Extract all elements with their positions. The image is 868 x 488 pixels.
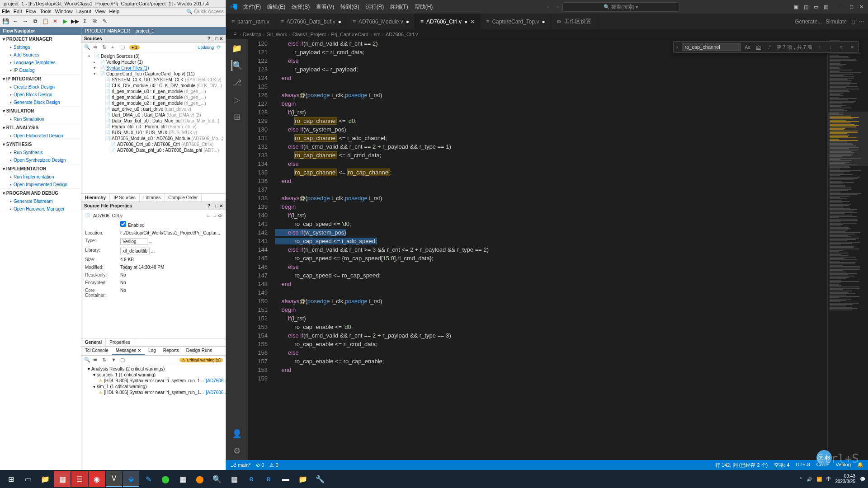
tree-item[interactable]: 📄 ri_gen_module_u2 : ri_gen_module (ri_g… [82,100,225,106]
code-line[interactable]: if(i_rst) [275,211,827,220]
sources-tab[interactable]: IP Sources [110,194,140,202]
code-line[interactable]: always@(posedge i_clk,posedge i_rst) [275,194,827,202]
app-icon[interactable]: ▦ [175,471,191,487]
code-line[interactable]: ro_cap_channel <= 'd0; [275,117,827,125]
command-center[interactable]: 🔍 搜索(按索) ▾ [562,2,680,12]
close-icon[interactable]: ✕ [858,4,864,10]
search-icon[interactable]: 🔍 [84,44,90,51]
tree-item[interactable]: 📄 ri_gen_module_u0 : ri_gen_module (ri_g… [82,89,225,94]
code-line[interactable]: ro_cap_speed <= i_adc_speed; [275,237,827,245]
edge-icon[interactable]: e [243,471,259,487]
edit-icon[interactable]: ✎ [101,18,108,25]
editor-tab[interactable]: ≡CaptureCard_Top.v ● [481,14,551,29]
msgs-tab[interactable]: Log [145,347,160,355]
copy-icon[interactable]: ⧉ [32,18,39,25]
code-editor[interactable]: 1201211221231241251261271281291301311321… [248,39,868,460]
code-line[interactable]: ro_cap_channel <= ro_cap_channel; [275,168,827,177]
notifications-icon[interactable]: 🔔 [857,462,863,469]
code-line[interactable]: begin [275,99,827,108]
notifications-icon[interactable]: 💬 [860,477,865,482]
flow-item[interactable]: Generate Bitstream [0,197,81,205]
editor-tab[interactable]: ≡param_ram.v [226,14,275,29]
code-line[interactable]: end [275,74,827,82]
code-line[interactable]: ro_cap_enable <= ri_cmd_data; [275,340,827,348]
expand-icon[interactable]: ⇅ [102,357,108,363]
paste-icon[interactable]: 📋 [42,18,49,25]
props-tab[interactable]: General [81,338,106,346]
app-icon[interactable]: ▦ [226,471,242,487]
code-line[interactable] [275,82,827,91]
system-tray[interactable]: ˄ 🔊 📶 中 09:43 2023/8/25 💬 [800,474,866,484]
app-icon[interactable]: ▬ [278,471,294,487]
editor-tab[interactable]: ≡AD7606_Ctrl.v ● ✕ [415,14,481,29]
expand-icon[interactable]: ⇅ [102,44,108,51]
code-line[interactable]: ro_cap_channel <= i_adc_channel; [275,134,827,142]
menu-window[interactable]: Window [55,9,73,14]
tree-item[interactable]: 📄 CLK_DIV_module_u0 : CLK_DIV_module (CL… [82,83,225,89]
source-control-icon[interactable]: ⎇ [231,77,242,88]
code-line[interactable]: else [275,56,827,65]
flow-item[interactable]: Open Implemented Design [0,181,81,188]
code-line[interactable]: else [275,348,827,357]
minimize-icon[interactable]: ─ [838,4,844,10]
code-line[interactable]: else if(ri_cmd_valid && r_cnt == 2 + r_p… [275,331,827,340]
code-line[interactable]: ro_cap_channel <= ri_cmd_data; [275,151,827,160]
flow-item[interactable]: Settings [0,43,81,51]
refresh-icon[interactable]: ⟳ [217,44,223,51]
search-icon[interactable]: 🔍 [209,471,225,487]
crumb[interactable]: Class1_Project [292,32,326,37]
code-line[interactable]: end [275,366,827,374]
clear-icon[interactable]: ▢ [120,357,127,363]
msg-item[interactable]: ⚠ [HDL 9-806] Syntax error near 'ri_syst… [82,378,225,384]
start-icon[interactable]: ⊞ [3,471,19,487]
add-icon[interactable]: + [111,44,118,51]
editor-tab[interactable]: ≡AD7606_Module.v ● [347,14,415,29]
chevron-right-icon[interactable]: › [676,44,678,50]
flow-item[interactable]: Open Elaborated Design [0,132,81,140]
minimap[interactable] [827,39,868,460]
msg-item[interactable]: ⚠ [HDL 9-806] Syntax error near 'ri_syst… [82,389,225,395]
selection-icon[interactable]: ≡ [838,43,845,51]
flow-item[interactable]: Open Synthesized Design [0,156,81,164]
crumb[interactable]: Prj_CaptureCard [331,32,368,37]
tree-item[interactable]: 📄 ri_gen_module_u1 : ri_gen_module (ri_g… [82,94,225,100]
flow-item[interactable]: Run Synthesis [0,149,81,156]
code-line[interactable]: else if(w_system_pos) [275,125,827,134]
flow-item[interactable]: Run Implementation [0,173,81,181]
flow-section-project-manager[interactable]: ▾ PROJECT MANAGER [0,35,81,43]
flow-item[interactable]: Run Simulation [0,115,81,123]
tree-item[interactable]: ▾📄 Syntax Error Files (1) [82,65,225,71]
code-line[interactable]: else [275,160,827,168]
msgs-tab[interactable]: Tcl Console [81,347,112,355]
editor-tab[interactable]: ⚙工作区设置 [551,14,597,29]
code-line[interactable]: ro_cap_speed <= 'd0; [275,220,827,228]
prev-match-icon[interactable]: ↑ [816,43,823,51]
collapse-icon[interactable]: ≑ [93,44,99,51]
cursor-position[interactable]: 行 142, 列 (已经存 2 个) [715,462,768,469]
nav-back-icon[interactable]: ← [546,4,552,10]
msg-item[interactable]: ▾ sources_1 (1 critical warning) [82,372,225,378]
code-line[interactable]: begin [275,305,827,314]
menu-file[interactable]: File [2,9,10,14]
filter-icon[interactable]: ▼ [111,357,118,363]
msgs-tab[interactable]: Design Runs [183,347,216,355]
menu-item[interactable]: 编辑(E) [267,3,285,11]
chevron-up-icon[interactable]: ˄ [800,477,802,482]
flow-section-synthesis[interactable]: ▾ SYNTHESIS [0,140,81,149]
code-line[interactable]: if(i_rst) [275,314,827,323]
warning-badge[interactable]: ● 2 [129,45,140,50]
code-line[interactable]: else if(ri_cmd_valid && r_cnt == 2 + r_p… [275,142,827,151]
breadcrumb[interactable]: F:›Desktop›Git_Work›Class1_Project›Prj_C… [226,29,868,39]
flow-item[interactable]: IP Catalog [0,66,81,74]
network-icon[interactable]: 🔊 [807,477,812,482]
crumb[interactable]: AD7606_Ctrl.v [386,32,418,37]
code-line[interactable]: begin [275,202,827,211]
vivado-taskbar-icon[interactable]: V [106,471,122,487]
tree-item[interactable]: ▾📄 CaptureCard_Top (CaptureCard_Top.v) (… [82,71,225,77]
flow-section-implementation[interactable]: ▾ IMPLEMENTATION [0,164,81,173]
save-icon[interactable]: 💾 [2,18,9,25]
flow-section-program-and-debug[interactable]: ▾ PROGRAM AND DEBUG [0,189,81,197]
account-icon[interactable]: 👤 [231,428,242,439]
menu-layout[interactable]: Layout [76,9,91,14]
crit-warn-badge[interactable]: ⚠ Critical warning (2) [179,358,223,362]
